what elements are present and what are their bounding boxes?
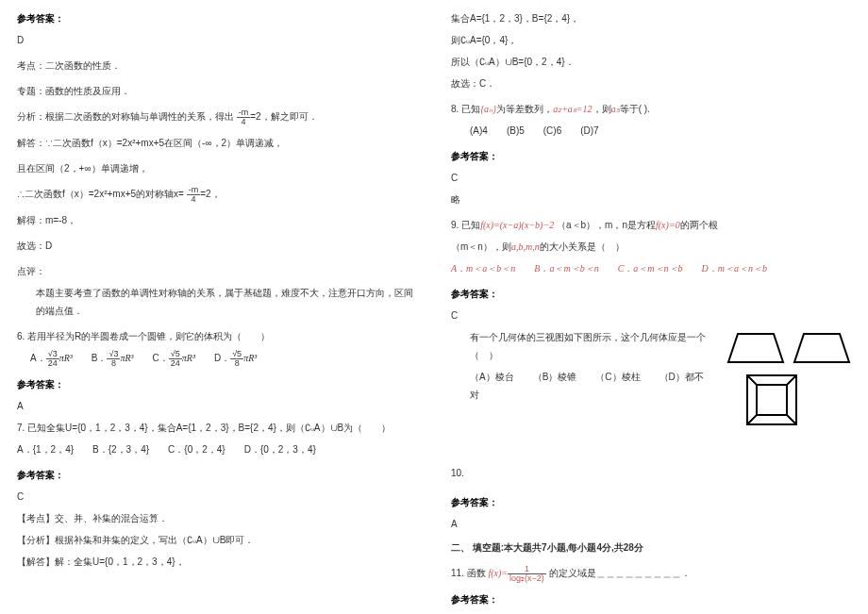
q9-answer-heading: 参考答案： [451, 285, 851, 303]
formula-text: πR³ [59, 353, 73, 363]
dianping-text: 本题主要考查了函数的单调性对称轴的关系，属于基础题，难度不大，注意开口方向，区间… [36, 284, 417, 320]
q8-part: 为等差数列， [496, 104, 553, 114]
q9-formula: a,b,m,n [511, 241, 540, 252]
zhuanti-label: 专题： [17, 86, 45, 96]
zhuanti-text: 函数的性质及应用． [45, 86, 130, 96]
fenxi-label: 分析： [17, 111, 45, 122]
q10-answer: A [451, 515, 851, 533]
opt-label: A． [30, 353, 46, 363]
q11-answer-heading: 参考答案： [451, 590, 851, 608]
frac-bot: 4 [187, 195, 201, 204]
kaodian-label: 考点： [17, 60, 45, 71]
svg-line-6 [747, 415, 757, 424]
q10-answer-heading: 参考答案： [451, 493, 851, 511]
jieda-line4: 解得：m=-8， [17, 211, 417, 229]
frac-bot: 24 [46, 359, 59, 368]
jieda-line3-tail: =2， [200, 189, 220, 199]
fraction-icon: √324 [46, 350, 59, 368]
q6-opt-c: C．√524πR³ [153, 349, 195, 368]
jieda-line3: ∴二次函数f（x）=2x²+mx+5的对称轴x= -m4=2， [17, 185, 417, 204]
q9-options: A．m＜a＜b＜n B．a＜m＜b＜n C．a＜m＜n＜b D．m＜a＜n＜b [451, 259, 851, 277]
r-line4: 故选：C． [451, 75, 851, 92]
q7-answer-heading: 参考答案： [17, 466, 417, 484]
q7-answer: C [17, 488, 417, 506]
svg-marker-0 [728, 334, 783, 362]
svg-rect-3 [757, 385, 787, 415]
q10-number: 10. [451, 464, 851, 482]
jieda-line2: 且在区间（2，+∞）单调递增， [17, 159, 417, 177]
kaodian-row: 考点：二次函数的性质． [17, 57, 417, 75]
fraction-icon: √58 [230, 350, 243, 368]
q9-part: 9. 已知 [451, 220, 480, 230]
frac-bot: 8 [107, 359, 120, 368]
answer-heading: 参考答案： [17, 9, 417, 27]
q9-answer: C [451, 307, 851, 324]
svg-line-7 [787, 415, 796, 424]
q9-formula: f(x)=0 [656, 220, 680, 230]
q6-options: A．√324πR³ B．√38πR³ C．√524πR³ D．√58πR³ [30, 349, 417, 368]
jieda-label: 解答： [17, 138, 45, 148]
q6-answer: A [17, 397, 417, 415]
q7-kaodian: 【考点】交、并、补集的混合运算． [17, 509, 417, 527]
left-column: 参考答案： D 考点：二次函数的性质． 专题：函数的性质及应用． 分析：根据二次… [0, 0, 434, 614]
trapezoid-icon [726, 332, 785, 364]
q8-text: 8. 已知{aₙ}为等差数列，a₂+a₈=12，则a₅等于( ). [451, 100, 851, 118]
q7-fenxi: 【分析】根据补集和并集的定义，写出（∁ᵤA）∪B即可． [17, 531, 417, 549]
q9-part: （m＜n），则 [451, 241, 511, 252]
svg-line-4 [747, 375, 757, 385]
jieda-line3-pre: ∴二次函数f（x）=2x²+mx+5的对称轴x= [17, 189, 184, 199]
r-line1: 集合A={1，2，3}，B={2，4}， [451, 9, 851, 27]
frac-bot: 4 [237, 118, 251, 126]
q8-options: (A)4 (B)5 (C)6 (D)7 [470, 122, 851, 140]
nested-square-icon [743, 372, 800, 428]
svg-line-5 [787, 375, 796, 385]
dianping-label: 点评： [17, 262, 417, 280]
q8-answer-heading: 参考答案： [451, 147, 851, 165]
r-line3: 所以（∁ᵤA）∪B={0，2，4}． [451, 53, 851, 71]
fraction-icon: -m4 [237, 108, 251, 126]
q11-part: 11. 函数 [451, 568, 486, 578]
q8-part: 8. 已知 [451, 104, 480, 114]
q8-formula: a₅ [611, 104, 620, 114]
fraction-icon: -m4 [187, 186, 201, 204]
q6-opt-b: B．√38πR³ [92, 349, 134, 368]
jieda-line5: 故选：D [17, 237, 417, 255]
q9-part: 的大小关系是（ ） [540, 241, 625, 252]
q9-text: 9. 已知f(x)=(x−a)(x−b)−2 （a＜b），m，n是方程f(x)=… [451, 216, 851, 234]
q6-answer-heading: 参考答案： [17, 375, 417, 393]
fraction-icon: 1log₂(x−2) [508, 565, 546, 583]
q8-formula: {aₙ} [480, 104, 496, 114]
frac-bot: 8 [230, 359, 243, 368]
zhuanti-row: 专题：函数的性质及应用． [17, 82, 417, 100]
section-2-title: 二、 填空题:本大题共7小题,每小题4分,共28分 [451, 539, 851, 556]
q11-fx: f(x)= [488, 568, 508, 578]
q7-options: A．{1，2，4} B．{2，3，4} C．{0，2，4} D．{0，2，3，4… [17, 440, 417, 458]
q7-text: 7. 已知全集U={0，1，2，3，4}，集合A={1，2，3}，B={2，4}… [17, 419, 417, 437]
q8-note: 略 [451, 191, 851, 208]
q9-part: 的两个根 [680, 220, 718, 230]
q6-opt-a: A．√324πR³ [30, 349, 73, 368]
trapezoid-icon [793, 332, 851, 364]
svg-marker-1 [794, 334, 849, 362]
opt-label: D． [214, 353, 230, 363]
q9-line2: （m＜n），则a,b,m,n的大小关系是（ ） [451, 238, 851, 256]
formula-text: πR³ [120, 353, 133, 363]
formula-text: πR³ [243, 353, 257, 363]
q9-formula: f(x)=(x−a)(x−b)−2 [480, 220, 554, 230]
right-column: 集合A={1，2，3}，B={2，4}， 则∁ᵤA={0，4}， 所以（∁ᵤA）… [434, 0, 868, 614]
fenxi-tail: =2，解之即可． [250, 111, 317, 122]
q7-jieda: 【解答】解：全集U={0，1，2，3，4}， [17, 553, 417, 571]
kaodian-text: 二次函数的性质． [45, 60, 121, 71]
frac-bot: 24 [169, 359, 182, 368]
jieda-row: 解答：∵二次函数f（x）=2x²+mx+5在区间（-∞，2）单调递减， [17, 134, 417, 152]
fenxi-text: 根据二次函数的对称轴与单调性的关系，得出 [45, 111, 234, 122]
jieda-text: ∵二次函数f（x）=2x²+mx+5在区间（-∞，2）单调递减， [45, 138, 283, 148]
fenxi-row: 分析：根据二次函数的对称轴与单调性的关系，得出 -m4=2，解之即可． [17, 108, 417, 126]
q8-answer: C [451, 169, 851, 187]
q9-part: （a＜b），m，n是方程 [557, 220, 656, 230]
three-view-diagram [709, 332, 851, 428]
q8-part: 等于( ). [620, 104, 650, 114]
fraction-icon: √38 [107, 350, 120, 368]
q8-part: ，则 [593, 104, 611, 114]
fraction-icon: √524 [169, 350, 182, 368]
